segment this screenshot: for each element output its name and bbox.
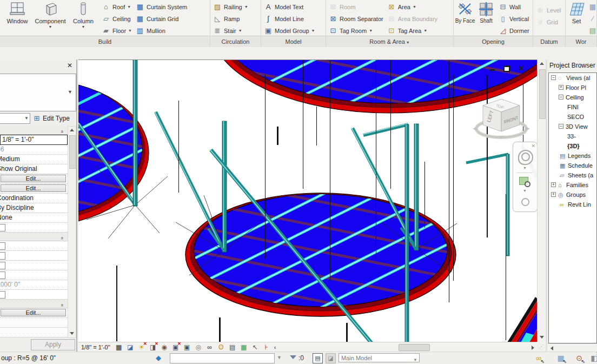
property-row[interactable]: Coordination bbox=[0, 194, 68, 203]
property-section-header[interactable]: « bbox=[0, 300, 68, 308]
property-row[interactable] bbox=[0, 261, 68, 270]
collapse-view-control-bar-icon[interactable]: ‹ bbox=[274, 344, 276, 350]
visual-style-icon[interactable]: ◪ bbox=[125, 343, 135, 352]
displacement-sets-icon[interactable]: ↖ bbox=[250, 343, 260, 352]
scrollbar-thumb[interactable] bbox=[69, 135, 76, 169]
properties-filter-combo[interactable]: ▼ bbox=[0, 113, 30, 124]
temporary-hide-isolate-icon[interactable]: ∞ bbox=[205, 343, 215, 352]
tree-item-label[interactable]: Legends bbox=[568, 151, 591, 161]
navbar-close-icon[interactable]: ✕ bbox=[531, 143, 535, 149]
tree-item-fini[interactable]: FINI bbox=[549, 102, 596, 112]
temporary-view-properties-icon[interactable]: ▤ bbox=[228, 343, 237, 352]
property-row[interactable]: Edit... bbox=[0, 308, 68, 318]
property-value[interactable]: 1/8" = 1'-0" bbox=[2, 135, 34, 144]
collapse-icon[interactable]: − bbox=[559, 124, 563, 129]
expand-icon[interactable]: + bbox=[551, 182, 556, 187]
select-pinned-icon[interactable]: ⊙⇖ bbox=[573, 353, 585, 363]
tree-item-ceiling[interactable]: −Ceiling bbox=[549, 92, 596, 102]
ceiling-button[interactable]: ▱Ceiling bbox=[102, 14, 132, 24]
model-text-button[interactable]: AModel Text bbox=[264, 2, 315, 12]
property-section-header[interactable]: « bbox=[0, 126, 68, 135]
restore-view-button[interactable] bbox=[503, 65, 510, 72]
floor-button[interactable]: ▰Floor▼ bbox=[102, 25, 132, 36]
edit-type-button[interactable]: ⊞ Edit Type bbox=[32, 112, 75, 124]
rendering-dialog-icon[interactable]: ◉ bbox=[160, 343, 169, 352]
roof-button[interactable]: ⌂Roof▼ bbox=[102, 2, 132, 12]
close-view-button[interactable]: ✕ bbox=[518, 65, 525, 72]
tree-item-label[interactable]: {3D} bbox=[567, 141, 580, 151]
tree-item-sheets-a[interactable]: ▱Sheets (a bbox=[549, 170, 596, 180]
reveal-constraints-icon[interactable]: ⊦ bbox=[262, 343, 271, 352]
property-row[interactable]: Edit... bbox=[0, 184, 68, 194]
collapse-section-icon[interactable]: « bbox=[57, 130, 67, 133]
expand-icon[interactable]: + bbox=[559, 85, 563, 90]
dormer-button[interactable]: ◿Dormer bbox=[499, 25, 529, 36]
property-row[interactable] bbox=[0, 251, 68, 261]
tree-item-label[interactable]: 3D View bbox=[566, 122, 588, 131]
tree-item-schedule[interactable]: ▦Schedule bbox=[549, 161, 596, 170]
tree-item-groups[interactable]: +◎Groups bbox=[549, 190, 596, 200]
type-selector[interactable]: ▼ bbox=[0, 74, 76, 111]
area-button[interactable]: ⊠Area▼ bbox=[387, 2, 437, 12]
minimize-view-button[interactable] bbox=[488, 65, 496, 72]
property-value[interactable]: Coordination bbox=[0, 194, 34, 203]
property-row[interactable]: Show Original bbox=[0, 164, 68, 174]
curtain-grid-button[interactable]: ▦Curtain Grid bbox=[136, 14, 187, 24]
tree-item-label[interactable]: Revit Lin bbox=[568, 200, 591, 209]
property-row[interactable] bbox=[0, 270, 68, 280]
chevron-down-icon[interactable]: ▼ bbox=[277, 355, 282, 360]
filter-icon[interactable] bbox=[290, 355, 296, 359]
checkbox[interactable] bbox=[0, 224, 5, 231]
tree-item-families[interactable]: +⌂Families bbox=[549, 180, 596, 190]
collapse-icon[interactable]: − bbox=[551, 75, 556, 80]
detail-level-icon[interactable]: ▦ bbox=[114, 343, 124, 352]
unlocked-view-icon[interactable]: ◎ bbox=[194, 343, 203, 352]
scroll-down-icon[interactable] bbox=[68, 330, 76, 337]
checkbox[interactable] bbox=[0, 262, 5, 269]
scroll-up-icon[interactable] bbox=[538, 60, 546, 68]
shaft-button[interactable]: Shaft bbox=[477, 1, 495, 24]
tree-item-label[interactable]: SECO bbox=[567, 112, 584, 122]
browser-horizontal-scrollbar[interactable] bbox=[547, 343, 597, 352]
property-row[interactable]: Medium bbox=[0, 155, 68, 164]
tree-item-label[interactable]: Ceiling bbox=[566, 92, 584, 102]
property-value[interactable]: None bbox=[0, 213, 12, 222]
tree-item-label[interactable]: Sheets (a bbox=[568, 170, 593, 180]
tree-item-label[interactable]: Schedule bbox=[568, 161, 593, 170]
property-value[interactable]: 96 bbox=[0, 145, 4, 154]
analytical-model-icon[interactable]: ▦ bbox=[239, 343, 249, 352]
room-separator-button[interactable]: ⊠Room Separator bbox=[329, 14, 383, 24]
scrollbar-thumb[interactable] bbox=[399, 344, 430, 351]
workplane-viewer-icon-button[interactable]: ▤ bbox=[588, 25, 597, 36]
tree-item-3d-view[interactable]: −3D View bbox=[549, 122, 596, 131]
mullion-button[interactable]: ▥Mullion bbox=[136, 25, 187, 36]
scroll-up-icon[interactable] bbox=[68, 127, 76, 134]
tag-room-button[interactable]: ⊡Tag Room▼ bbox=[329, 25, 383, 36]
window-button[interactable]: Window bbox=[3, 1, 32, 24]
select-underlay-icon[interactable]: ▦⇖ bbox=[555, 353, 567, 363]
tree-item-33-[interactable]: 33- bbox=[549, 131, 596, 141]
collapse-section-icon[interactable]: « bbox=[57, 237, 67, 240]
property-row[interactable] bbox=[0, 223, 68, 233]
reveal-hidden-icon[interactable]: ʘ bbox=[216, 343, 226, 352]
scroll-left-icon[interactable] bbox=[548, 344, 555, 352]
edit-button[interactable]: Edit... bbox=[1, 309, 66, 316]
railing-button[interactable]: ▨Railing▼ bbox=[213, 2, 248, 12]
properties-scrollbar[interactable] bbox=[68, 126, 76, 338]
stair-button[interactable]: ≣Stair▼ bbox=[213, 25, 248, 36]
property-row[interactable] bbox=[0, 290, 68, 300]
select-by-face-icon[interactable]: ◧✕⇖ bbox=[588, 353, 597, 363]
property-row[interactable]: 96 bbox=[0, 145, 68, 155]
collapse-icon[interactable]: − bbox=[559, 95, 563, 100]
ref-plane-icon-button[interactable]: ∕ bbox=[588, 14, 597, 24]
tree-item-revit-lin[interactable]: ∞Revit Lin bbox=[549, 200, 596, 209]
tree-item-label[interactable]: 33- bbox=[567, 131, 576, 141]
tree-item-floor-pl[interactable]: +Floor Pl bbox=[549, 83, 596, 92]
tree-item-views-al[interactable]: −◌Views (al bbox=[549, 73, 596, 83]
design-option-icon[interactable]: ◪ bbox=[326, 353, 336, 363]
shadows-icon[interactable]: ◨✕ bbox=[148, 343, 158, 352]
property-value[interactable]: 1000' 0" bbox=[0, 280, 20, 289]
sun-path-icon[interactable]: ☀✕ bbox=[137, 343, 147, 352]
tree-item-label[interactable]: Floor Pl bbox=[566, 83, 586, 92]
3d-view-canvas[interactable]: LEFT FRONT TOP bbox=[78, 59, 537, 342]
